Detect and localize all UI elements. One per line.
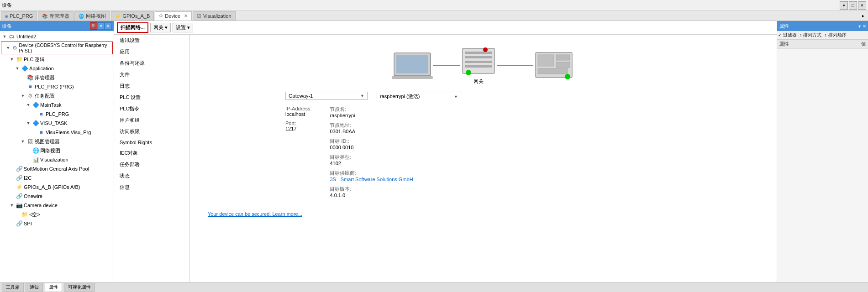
main-task-toggle[interactable]: ▼ [26,102,31,108]
pin-left-button[interactable]: ▾ [97,22,105,30]
svg-rect-14 [538,68,568,74]
right-panel-title: 属性 [779,23,857,30]
task-config-row[interactable]: ▼ ⚙ 任务配置 [1,92,113,100]
camera-empty-toggle[interactable] [15,212,20,217]
i2c-toggle[interactable] [9,175,15,181]
visu-task-toggle[interactable]: ▼ [26,120,31,126]
menu-item-plc-settings[interactable]: PLC 设置 [114,92,189,103]
main-task-row[interactable]: ▼ 🔷 MainTask [1,101,113,109]
project-row[interactable]: ▼ 🗂 Untitled2 [1,32,113,41]
gpios-toggle[interactable] [9,184,15,190]
float-button[interactable]: □ [849,1,857,10]
node-name-value: raspberrypi [330,113,413,118]
device-select[interactable]: raspberrypi (激活) ▼ [377,92,461,101]
visu-elems-toggle[interactable] [31,130,37,135]
camera-row[interactable]: ▼ 📷 Camera device [1,201,113,209]
menu-item-files[interactable]: 文件 [114,69,189,80]
visu-elems-label: VisuElems.Visu_Prg [46,130,91,135]
scan-network-button[interactable]: 扫描网络... [117,22,148,33]
tab-library-manager[interactable]: 📚 库管理器 [38,11,74,21]
filter-button[interactable]: ✓ 过滤器 [778,32,797,38]
camera-empty-row[interactable]: 📁 <空> [1,210,113,219]
gateway-dropdown[interactable]: 网关 ▾ [150,23,171,32]
plc-prg-tab-icon: ■ [5,14,8,19]
tree-item-onewire: 🔗 Onewire [1,192,113,201]
pin-button[interactable]: ▾ [840,1,848,10]
net-view-row[interactable]: 🌐 网络视图 [1,146,113,155]
bottom-tab-notification[interactable]: 通知 [26,283,43,292]
search-button[interactable]: 🔍 [90,22,97,30]
plc-prg2-toggle[interactable] [31,111,37,117]
net-view-toggle[interactable] [26,148,31,153]
menu-item-symbol-rights[interactable]: Symbol Rights [114,137,189,147]
menu-item-access-rights[interactable]: 访问权限 [114,126,189,137]
softmotion-toggle[interactable] [9,166,15,172]
visu-task-row[interactable]: ▼ 🔷 VISU_TASK [1,119,113,127]
bottom-tab-todo[interactable]: 可视化属性 [64,283,95,292]
camera-toggle[interactable]: ▼ [9,203,15,208]
lib-mgr-row[interactable]: 📚 库管理器 [1,73,113,82]
right-info-col: 节点名: raspberrypi 节点地址: 0301.B0AA 目标 ID::… [330,106,413,202]
vis2-row[interactable]: 📊 Visualization [1,156,113,164]
menu-item-iec-objects[interactable]: IEC对象 [114,147,189,159]
onewire-toggle[interactable] [9,193,15,199]
menu-item-backup-restore[interactable]: 备份与还原 [114,57,189,69]
plc-prg2-row[interactable]: ■ PLC_PRG [1,110,113,118]
main-task-icon: 🔷 [32,101,39,109]
device-row[interactable]: ▼ ⚙ Device (CODESYS Control for Raspberr… [1,42,113,54]
menu-item-task-deploy[interactable]: 任务部署 [114,159,189,170]
node-addr-info: 节点地址: 0301.B0AA [330,122,413,134]
device-tab-close[interactable]: ✕ [184,13,188,18]
sort-order-button[interactable]: ↕ 排列顺序 [825,32,847,38]
project-toggle[interactable]: ▼ [2,34,7,39]
right-close-button[interactable]: ✕ [863,24,866,29]
target-id-info: 目标 ID:: 0000 0010 [330,138,413,150]
spi-toggle[interactable] [9,221,15,226]
visu-elems-row[interactable]: ■ VisuElems.Visu_Prg [1,128,113,136]
onewire-row[interactable]: 🔗 Onewire [1,192,113,200]
settings-dropdown[interactable]: 设置 ▾ [173,23,193,32]
tab-plc-prg[interactable]: ■ PLC_PRG [1,11,37,21]
security-link[interactable]: Your device can be secured. Learn more..… [203,207,307,221]
menu-item-status[interactable]: 状态 [114,170,189,182]
close-left-button[interactable]: ✕ [105,22,112,30]
device-toggle[interactable]: ▼ [5,45,11,51]
menu-item-comm-settings[interactable]: 通讯设置 [114,35,189,46]
plc-logic-toggle[interactable]: ▼ [9,57,15,62]
target-type-info: 目标类型: 4102 [330,154,413,166]
menu-item-users-groups[interactable]: 用户和组 [114,115,189,126]
right-pin-button[interactable]: ▾ [858,24,861,29]
application-row[interactable]: ▼ 🔷 Application [1,64,113,73]
gateway-select[interactable]: Gateway-1 ▼ [285,92,368,100]
visu-mgr-toggle[interactable]: ▼ [20,139,26,144]
spi-row[interactable]: 🔗 SPI [1,219,113,228]
tab-visualization[interactable]: 🖼 Visualization [193,11,236,21]
onewire-icon: 🔗 [16,193,23,200]
menu-item-plc-cmd[interactable]: PLC指令 [114,103,189,115]
bottom-tab-toolbox[interactable]: 工具箱 [2,283,24,292]
i2c-row[interactable]: 🔗 I2C [1,174,113,182]
tab-gpios-ab[interactable]: ⚡ GPIOs_A_B [111,11,154,21]
plc-logic-row[interactable]: ▼ 📁 PLC 逻辑 [1,55,113,63]
close-panel-button[interactable]: ✕ [858,1,866,10]
bottom-tab-properties[interactable]: 属性 [45,283,62,292]
vis2-toggle[interactable] [26,157,31,162]
application-toggle[interactable]: ▼ [15,66,20,71]
menu-item-info[interactable]: 信息 [114,182,189,193]
menu-item-apply[interactable]: 应用 [114,46,189,57]
target-version-label: 目标版本: [330,186,413,193]
softmotion-row[interactable]: 🔗 SoftMotion General Axis Pool [1,165,113,173]
sort-button[interactable]: ↕ 排列方式 [800,32,821,38]
visu-mgr-row[interactable]: ▼ 🖼 视图管理器 [1,137,113,146]
plc-prg-tree-toggle[interactable] [20,84,26,89]
plc-prg-row[interactable]: ■ PLC_PRG (PRG) [1,83,113,91]
lib-tab-label: 库管理器 [49,13,69,20]
lib-mgr-toggle[interactable] [20,75,26,80]
target-type-label: 目标类型: [330,154,413,161]
task-config-toggle[interactable]: ▼ [20,93,26,99]
tab-scroll-right[interactable]: ▸ [859,13,867,18]
gpios-row[interactable]: ⚡ GPIOs_A_B (GPIOs A/B) [1,183,113,191]
tab-device[interactable]: ⚙ Device ✕ [155,11,192,21]
tab-network-view[interactable]: 🌐 网络视图 [74,11,110,21]
menu-item-logs[interactable]: 日志 [114,80,189,92]
